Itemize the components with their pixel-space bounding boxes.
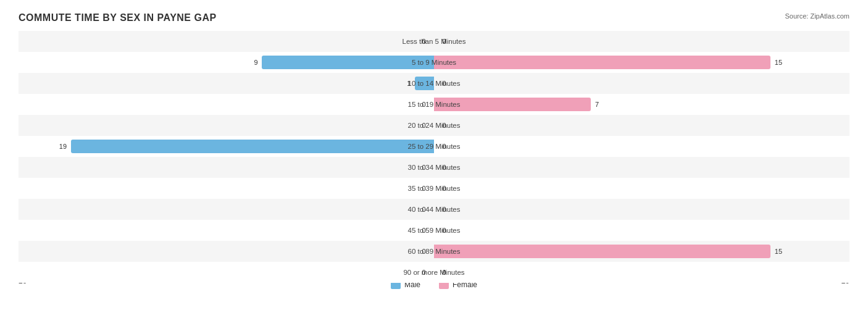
female-value: 0 xyxy=(442,227,446,234)
chart-row: 90 or more Minutes00 xyxy=(19,262,849,283)
chart-container: COMMUTE TIME BY SEX IN PAYNE GAP Source:… xyxy=(0,0,868,323)
male-bar xyxy=(71,140,434,153)
chart-row: 25 to 29 Minutes190 xyxy=(19,136,849,157)
male-value: 19 xyxy=(59,143,67,150)
male-bar xyxy=(262,56,434,69)
female-value: 15 xyxy=(775,59,782,66)
female-bar xyxy=(434,245,770,258)
chart-row: 5 to 9 Minutes915 xyxy=(19,52,849,73)
chart-row: 15 to 19 Minutes07 xyxy=(19,94,849,115)
female-value: 0 xyxy=(442,269,446,276)
chart-row: 40 to 44 Minutes00 xyxy=(19,199,849,220)
chart-row: 35 to 39 Minutes00 xyxy=(19,178,849,199)
female-value: 0 xyxy=(442,80,446,87)
female-value: 7 xyxy=(595,101,599,108)
female-value: 0 xyxy=(442,122,446,129)
male-value: 0 xyxy=(422,164,425,171)
row-label: 45 to 59 Minutes xyxy=(407,227,460,234)
female-bar xyxy=(434,56,770,69)
male-value: 1 xyxy=(407,80,411,87)
row-label: 40 to 44 Minutes xyxy=(407,206,460,213)
female-value: 0 xyxy=(442,206,446,213)
male-value: 0 xyxy=(422,206,425,213)
female-bar xyxy=(434,98,591,111)
chart-row: 10 to 14 Minutes10 xyxy=(19,73,849,94)
chart-row: 60 to 89 Minutes015 xyxy=(19,241,849,262)
female-value: 15 xyxy=(775,248,782,255)
row-label: 90 or more Minutes xyxy=(403,269,464,276)
male-value: 0 xyxy=(422,101,425,108)
chart-area: Less than 5 Minutes005 to 9 Minutes91510… xyxy=(19,31,849,274)
female-value: 0 xyxy=(442,143,446,150)
chart-row: Less than 5 Minutes00 xyxy=(19,31,849,52)
male-value: 9 xyxy=(254,59,258,66)
male-value: 0 xyxy=(422,269,425,276)
chart-row: 30 to 34 Minutes00 xyxy=(19,157,849,178)
chart-row: 45 to 59 Minutes00 xyxy=(19,220,849,241)
male-bar xyxy=(415,77,434,90)
female-value: 0 xyxy=(442,164,446,171)
female-value: 0 xyxy=(442,38,446,45)
row-label: 30 to 34 Minutes xyxy=(407,164,460,171)
row-label: 35 to 39 Minutes xyxy=(407,185,460,192)
chart-row: 20 to 24 Minutes00 xyxy=(19,115,849,136)
chart-title: COMMUTE TIME BY SEX IN PAYNE GAP xyxy=(19,12,849,23)
source-label: Source: ZipAtlas.com xyxy=(785,12,849,20)
female-value: 0 xyxy=(442,185,446,192)
male-value: 0 xyxy=(422,227,425,234)
male-value: 0 xyxy=(422,185,425,192)
male-value: 0 xyxy=(422,38,425,45)
row-label: Less than 5 Minutes xyxy=(403,38,466,45)
male-value: 0 xyxy=(422,122,425,129)
male-value: 0 xyxy=(422,248,425,255)
row-label: 20 to 24 Minutes xyxy=(407,122,460,129)
